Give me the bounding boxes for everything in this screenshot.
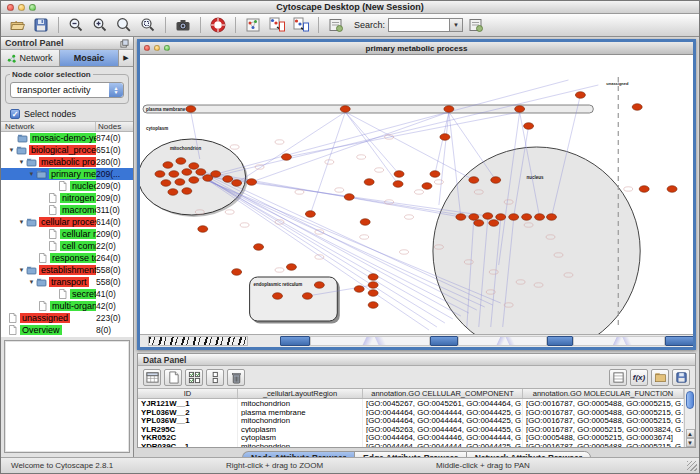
snapshot-icon[interactable] — [173, 16, 193, 35]
cell-cellular[interactable]: [GO:0045267, GO:0045261, GO:0044464, G..… — [363, 399, 523, 408]
disclosure-triangle-icon[interactable]: ▼ — [17, 159, 26, 165]
background-window-titlebar[interactable] — [430, 336, 458, 346]
column-header[interactable]: annotation.GO MOLECULAR_FUNCTION — [523, 389, 684, 398]
cell-molecular[interactable]: [GO:0016787, GO:0005488, GO:0005215, G..… — [523, 442, 684, 447]
network-node[interactable] — [232, 180, 242, 187]
network-node[interactable] — [175, 179, 185, 186]
network-node[interactable] — [639, 186, 649, 193]
network-node[interactable] — [223, 176, 233, 183]
tree-row[interactable]: nitrogen compo209(0) — [1, 192, 133, 204]
network-node[interactable] — [182, 169, 192, 176]
delete-attribute-icon[interactable] — [227, 369, 245, 386]
tree-column-nodes[interactable]: Nodes — [96, 122, 133, 131]
network-graph[interactable]: plasma membranecytoplasmmitochondrionnuc… — [140, 55, 693, 334]
network-node[interactable] — [189, 177, 199, 184]
network-node[interactable] — [393, 181, 403, 188]
network-node[interactable] — [163, 162, 173, 169]
table-scrollbar[interactable]: ▲ ▼ — [684, 389, 695, 447]
cell-molecular[interactable]: [GO:0016787, GO:0005488, GO:0005215, G..… — [523, 416, 684, 425]
network-node[interactable] — [522, 214, 532, 221]
vizmapper-icon[interactable] — [267, 16, 287, 35]
cell-id[interactable]: YDR039C__1 — [138, 442, 238, 447]
tree-row[interactable]: macromolecule311(0) — [1, 204, 133, 216]
unselect-attributes-icon[interactable] — [206, 369, 224, 386]
network-node[interactable] — [273, 293, 283, 300]
cell-cellular[interactable]: [GO:0045263, GO:0044464, GO:0044455, G..… — [363, 425, 523, 434]
network-node[interactable] — [169, 171, 179, 178]
network-node[interactable] — [344, 194, 354, 201]
cell-id[interactable]: YKR052C — [138, 433, 238, 442]
background-window-fragment[interactable] — [310, 336, 430, 346]
help-icon[interactable] — [208, 16, 228, 35]
network-node[interactable] — [232, 269, 242, 276]
network-node[interactable] — [430, 171, 440, 178]
network-node[interactable] — [394, 171, 404, 178]
tree-row[interactable]: ▼establishment of lo558(0) — [1, 264, 133, 276]
background-window-fragment[interactable] — [148, 336, 248, 346]
scroll-up-icon[interactable]: ▲ — [686, 429, 695, 438]
network-node[interactable] — [302, 293, 312, 300]
network-node[interactable] — [368, 282, 378, 289]
search-dropdown-icon[interactable]: ▼ — [450, 18, 463, 32]
cell-id[interactable]: YLR295C — [138, 425, 238, 434]
network-node[interactable] — [196, 169, 206, 176]
cell-molecular[interactable]: [GO:0005488, GO:0005215, GO:0003674] — [523, 433, 684, 442]
scroll-down-icon[interactable]: ▼ — [686, 438, 695, 447]
tree-row[interactable]: ▼metabolic process280(0) — [1, 156, 133, 168]
background-window-titlebar[interactable] — [665, 336, 693, 346]
network-node[interactable] — [440, 134, 450, 141]
network-node[interactable] — [667, 186, 677, 193]
cell-region[interactable]: plasma membrane — [238, 408, 363, 417]
fx-icon[interactable]: f(x) — [630, 369, 648, 386]
tree-row[interactable]: response to stimulu264(0) — [1, 252, 133, 264]
background-window-titlebar[interactable] — [280, 336, 310, 346]
tree-row[interactable]: ▼transport558(0) — [1, 276, 133, 288]
network-node[interactable] — [474, 220, 484, 227]
network-node[interactable] — [354, 286, 364, 293]
network-node[interactable] — [176, 158, 186, 165]
network-node[interactable] — [515, 106, 525, 113]
zoom-out-icon[interactable] — [66, 16, 86, 35]
network-node[interactable] — [444, 106, 454, 113]
network-overview-icon[interactable] — [243, 16, 263, 35]
network-node[interactable] — [155, 171, 165, 178]
network-node[interactable] — [368, 302, 378, 309]
cell-molecular[interactable]: [GO:0016787, GO:0005215, GO:0003824, G..… — [523, 425, 684, 434]
network-node[interactable] — [360, 219, 370, 226]
cell-region[interactable]: mitochondrion — [238, 416, 363, 425]
save-icon[interactable] — [31, 16, 51, 35]
background-window-titlebar[interactable] — [547, 336, 573, 346]
search-options-icon[interactable] — [466, 16, 486, 35]
vizmapper-alt-icon[interactable] — [291, 16, 311, 35]
cell-region[interactable]: mitochondrion — [238, 442, 363, 447]
tab-network[interactable]: Network — [1, 50, 60, 66]
network-node[interactable] — [182, 188, 192, 195]
network-node[interactable] — [189, 163, 199, 170]
tree-row[interactable]: mosaic-demo-yeast874(0) — [1, 132, 133, 144]
zoom-selected-icon[interactable] — [138, 16, 158, 35]
table-row[interactable]: YKR052Ccytoplasm[GO:0044464, GO:0044446,… — [138, 433, 684, 442]
network-node[interactable] — [247, 179, 257, 186]
cell-cellular[interactable]: [GO:0044464, GO:0044444, GO:0044425, G..… — [363, 416, 523, 425]
birdseye-view-panel[interactable] — [4, 340, 130, 453]
search-input[interactable] — [388, 18, 450, 32]
column-header[interactable]: _cellularLayoutRegion — [238, 389, 363, 398]
cell-id[interactable]: YPL036W__1 — [138, 416, 238, 425]
cell-region[interactable]: cytoplasm — [238, 433, 363, 442]
network-node[interactable] — [281, 154, 291, 161]
table-row[interactable]: YPL036W__2plasma membrane[GO:0044464, GO… — [138, 408, 684, 417]
window-resize-grip-icon[interactable] — [687, 461, 697, 471]
network-node[interactable] — [305, 211, 315, 218]
cell-cellular[interactable]: [GO:0044464, GO:0044444, GO:0044425, G..… — [363, 408, 523, 417]
network-node[interactable] — [489, 220, 499, 227]
plasma-membrane-region[interactable] — [143, 105, 593, 113]
tree-row[interactable]: unassigned223(0) — [1, 312, 133, 324]
network-node[interactable] — [286, 264, 296, 271]
zoom-fit-icon[interactable] — [114, 16, 134, 35]
network-node[interactable] — [469, 214, 479, 221]
disclosure-triangle-icon[interactable]: ▼ — [7, 147, 16, 153]
column-header[interactable]: ID — [138, 389, 238, 398]
network-node[interactable] — [456, 214, 466, 221]
network-node[interactable] — [483, 213, 493, 220]
float-panel-icon[interactable] — [120, 39, 129, 48]
